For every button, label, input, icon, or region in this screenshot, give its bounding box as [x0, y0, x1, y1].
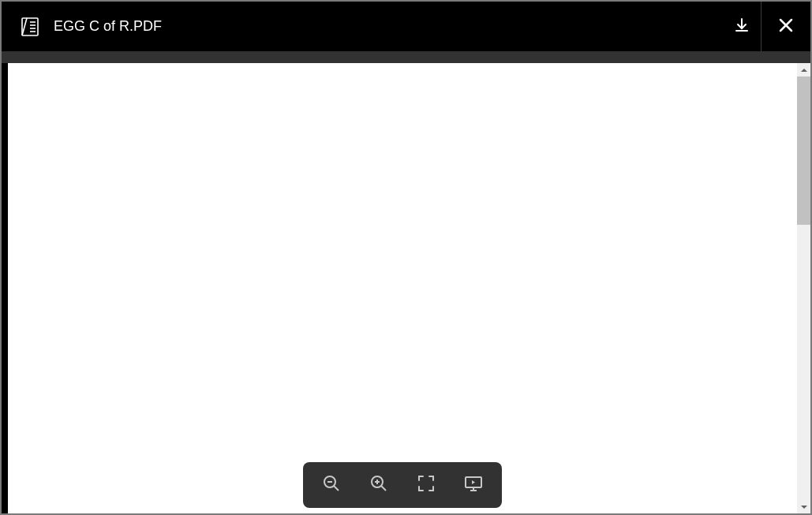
chevron-up-icon	[800, 63, 808, 77]
pdf-page	[8, 63, 797, 513]
present-button[interactable]	[450, 462, 497, 508]
present-icon	[464, 474, 483, 496]
scroll-up-button[interactable]	[797, 63, 810, 77]
viewer-toolbar	[303, 462, 502, 508]
svg-marker-22	[801, 506, 807, 509]
scroll-down-button[interactable]	[797, 500, 810, 513]
svg-marker-21	[801, 69, 807, 72]
chevron-down-icon	[800, 500, 808, 514]
document-title: EGG C of R.PDF	[54, 18, 162, 35]
left-edge	[2, 63, 8, 513]
close-icon	[778, 17, 794, 36]
download-icon	[734, 17, 750, 36]
zoom-out-icon	[322, 474, 341, 496]
download-button[interactable]	[723, 2, 761, 51]
svg-marker-20	[472, 480, 475, 484]
viewer-header: EGG C of R.PDF	[2, 2, 810, 51]
document-icon	[19, 16, 41, 38]
zoom-in-icon	[369, 474, 388, 496]
svg-line-14	[381, 486, 386, 491]
svg-line-11	[334, 486, 339, 491]
fullscreen-icon	[417, 475, 435, 495]
vertical-scrollbar[interactable]	[797, 63, 810, 513]
svg-line-1	[22, 18, 27, 35]
zoom-out-button[interactable]	[308, 462, 355, 508]
header-actions	[723, 2, 810, 51]
scroll-thumb[interactable]	[797, 77, 810, 225]
content-area	[2, 63, 810, 513]
close-button[interactable]	[761, 2, 810, 51]
zoom-in-button[interactable]	[355, 462, 402, 508]
fullscreen-button[interactable]	[402, 462, 450, 508]
subheader-bar	[2, 51, 810, 63]
